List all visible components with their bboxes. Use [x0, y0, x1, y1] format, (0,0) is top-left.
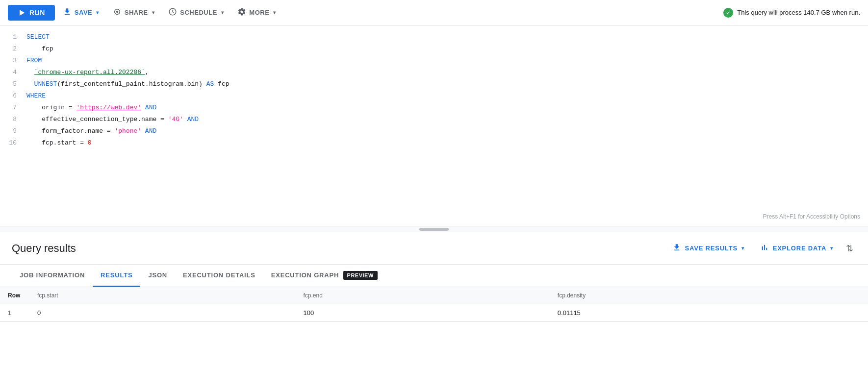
save-results-icon — [672, 243, 681, 253]
col-header-row: Row — [0, 287, 29, 304]
table-header-row: Row fcp.start fcp.end fcp.density — [0, 287, 868, 304]
job-information-tab-label: JOB INFORMATION — [20, 271, 85, 279]
share-label: SHARE — [125, 9, 148, 16]
run-label: RUN — [29, 9, 45, 17]
schedule-button[interactable]: SCHEDULE ▾ — [162, 3, 230, 22]
preview-badge: PREVIEW — [343, 271, 378, 280]
save-results-button[interactable]: SAVE RESULTS ▾ — [666, 239, 750, 257]
horizontal-scrollbar[interactable] — [0, 226, 868, 232]
expand-button[interactable]: ⇅ — [843, 240, 856, 257]
play-icon — [18, 9, 26, 17]
cell-fcp-end: 100 — [295, 304, 549, 322]
table-row: 1 0 100 0.01115 — [0, 304, 868, 322]
more-label: MORE — [249, 9, 269, 16]
status-check-icon: ✓ — [723, 8, 733, 18]
code-content[interactable]: SELECT fcp FROM `chrome-ux-report.all.20… — [25, 31, 868, 220]
expand-icon: ⇅ — [846, 244, 853, 253]
tab-execution-graph[interactable]: EXECUTION GRAPH PREVIEW — [263, 265, 385, 287]
more-chevron-icon: ▾ — [273, 10, 276, 15]
status-text: This query will process 140.7 GB when ru… — [737, 9, 860, 16]
save-results-label: SAVE RESULTS — [685, 244, 738, 252]
results-tab-label: RESULTS — [101, 271, 132, 279]
scrollbar-thumb[interactable] — [419, 228, 449, 231]
results-actions: SAVE RESULTS ▾ EXPLORE DATA ▾ ⇅ — [666, 239, 857, 257]
explore-data-label: EXPLORE DATA — [773, 244, 827, 252]
execution-graph-tab-label: EXECUTION GRAPH — [271, 271, 339, 279]
share-icon — [113, 7, 122, 18]
json-tab-label: JSON — [148, 271, 167, 279]
run-button[interactable]: RUN — [8, 5, 55, 21]
save-chevron-icon: ▾ — [96, 10, 99, 15]
col-header-fcp-end: fcp.end — [295, 287, 549, 304]
share-chevron-icon: ▾ — [152, 10, 155, 15]
col-header-fcp-density: fcp.density — [550, 287, 868, 304]
results-tabs: JOB INFORMATION RESULTS JSON EXECUTION D… — [0, 265, 868, 287]
save-icon — [63, 7, 72, 18]
schedule-icon — [168, 7, 177, 18]
more-button[interactable]: MORE ▾ — [231, 3, 282, 22]
save-results-chevron-icon: ▾ — [741, 245, 744, 251]
save-label: SAVE — [75, 9, 92, 16]
line-numbers: 1 2 3 4 5 6 7 8 9 10 — [0, 31, 25, 220]
sql-editor[interactable]: 1 2 3 4 5 6 7 8 9 10 SELECT fcp FROM `ch… — [0, 25, 868, 226]
save-button[interactable]: SAVE ▾ — [57, 3, 105, 22]
explore-data-chevron-icon: ▾ — [830, 245, 833, 251]
tab-execution-details[interactable]: EXECUTION DETAILS — [175, 265, 263, 287]
schedule-chevron-icon: ▾ — [221, 10, 224, 15]
results-table: Row fcp.start fcp.end fcp.density 1 0 10… — [0, 287, 868, 322]
gear-icon — [237, 7, 246, 18]
results-header: Query results SAVE RESULTS ▾ EXPLORE DAT… — [0, 232, 868, 265]
explore-data-icon — [760, 243, 769, 253]
cell-row-num: 1 — [0, 304, 29, 322]
cell-fcp-start: 0 — [29, 304, 295, 322]
col-header-fcp-start: fcp.start — [29, 287, 295, 304]
toolbar: RUN SAVE ▾ SHARE ▾ SCHEDULE ▾ — [0, 0, 868, 25]
tab-job-information[interactable]: JOB INFORMATION — [12, 265, 93, 287]
accessibility-hint: Press Alt+F1 for Accessibility Options — [763, 213, 860, 220]
schedule-label: SCHEDULE — [180, 9, 217, 16]
execution-details-tab-label: EXECUTION DETAILS — [183, 271, 255, 279]
cell-fcp-density: 0.01115 — [550, 304, 868, 322]
svg-marker-0 — [20, 10, 25, 16]
tab-json[interactable]: JSON — [140, 265, 175, 287]
tab-results[interactable]: RESULTS — [93, 265, 140, 287]
share-button[interactable]: SHARE ▾ — [107, 3, 161, 22]
results-title: Query results — [12, 242, 76, 255]
results-table-container: Row fcp.start fcp.end fcp.density 1 0 10… — [0, 287, 868, 322]
results-section: Query results SAVE RESULTS ▾ EXPLORE DAT… — [0, 232, 868, 322]
query-status: ✓ This query will process 140.7 GB when … — [723, 8, 860, 18]
explore-data-button[interactable]: EXPLORE DATA ▾ — [754, 239, 839, 257]
